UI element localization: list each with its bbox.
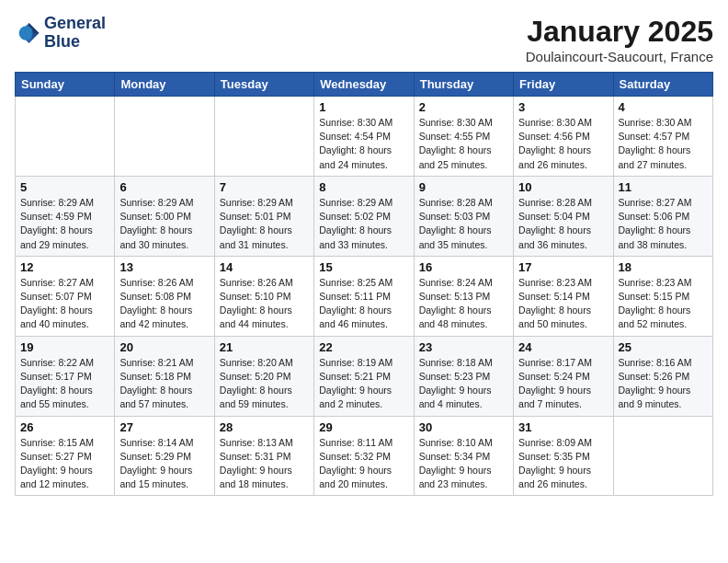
calendar-cell: 18Sunrise: 8:23 AM Sunset: 5:15 PM Dayli… [613, 256, 712, 336]
svg-marker-3 [32, 28, 40, 39]
calendar-cell: 7Sunrise: 8:29 AM Sunset: 5:01 PM Daylig… [214, 176, 313, 256]
calendar-cell: 2Sunrise: 8:30 AM Sunset: 4:55 PM Daylig… [414, 97, 513, 177]
day-number: 22 [319, 340, 408, 354]
day-info: Sunrise: 8:26 AM Sunset: 5:10 PM Dayligh… [220, 276, 309, 332]
weekday-header: Tuesday [214, 73, 313, 97]
day-number: 14 [220, 260, 309, 274]
day-info: Sunrise: 8:24 AM Sunset: 5:13 PM Dayligh… [419, 276, 508, 332]
day-info: Sunrise: 8:29 AM Sunset: 5:00 PM Dayligh… [119, 196, 209, 252]
calendar-cell: 10Sunrise: 8:28 AM Sunset: 5:04 PM Dayli… [514, 176, 613, 256]
calendar-cell: 5Sunrise: 8:29 AM Sunset: 4:59 PM Daylig… [16, 176, 115, 256]
day-number: 31 [518, 420, 608, 434]
calendar-week-row: 5Sunrise: 8:29 AM Sunset: 4:59 PM Daylig… [16, 176, 713, 256]
title-block: January 2025 Doulaincourt-Saucourt, Fran… [526, 15, 713, 64]
day-info: Sunrise: 8:29 AM Sunset: 5:01 PM Dayligh… [220, 196, 309, 252]
day-number: 30 [419, 420, 508, 434]
calendar-cell: 31Sunrise: 8:09 AM Sunset: 5:35 PM Dayli… [514, 416, 613, 496]
calendar-cell: 22Sunrise: 8:19 AM Sunset: 5:21 PM Dayli… [314, 336, 414, 416]
calendar-cell: 17Sunrise: 8:23 AM Sunset: 5:14 PM Dayli… [514, 256, 613, 336]
day-number: 3 [518, 100, 608, 114]
calendar-cell: 26Sunrise: 8:15 AM Sunset: 5:27 PM Dayli… [16, 416, 115, 496]
calendar-cell: 24Sunrise: 8:17 AM Sunset: 5:24 PM Dayli… [514, 336, 613, 416]
svg-point-2 [19, 26, 34, 40]
day-number: 13 [119, 260, 209, 274]
logo: General Blue [15, 15, 106, 52]
calendar-cell: 4Sunrise: 8:30 AM Sunset: 4:57 PM Daylig… [613, 97, 712, 177]
day-number: 7 [220, 180, 309, 194]
calendar-cell: 20Sunrise: 8:21 AM Sunset: 5:18 PM Dayli… [115, 336, 214, 416]
day-info: Sunrise: 8:20 AM Sunset: 5:20 PM Dayligh… [220, 356, 309, 412]
weekday-header: Sunday [16, 73, 115, 97]
day-info: Sunrise: 8:13 AM Sunset: 5:31 PM Dayligh… [220, 436, 309, 492]
day-info: Sunrise: 8:17 AM Sunset: 5:24 PM Dayligh… [518, 356, 608, 412]
day-info: Sunrise: 8:18 AM Sunset: 5:23 PM Dayligh… [419, 356, 508, 412]
day-number: 17 [518, 260, 608, 274]
day-info: Sunrise: 8:27 AM Sunset: 5:07 PM Dayligh… [20, 276, 109, 332]
day-number: 24 [518, 340, 608, 354]
calendar-cell: 27Sunrise: 8:14 AM Sunset: 5:29 PM Dayli… [115, 416, 214, 496]
logo-icon [15, 20, 40, 46]
day-info: Sunrise: 8:29 AM Sunset: 4:59 PM Dayligh… [20, 196, 109, 252]
day-number: 4 [619, 100, 708, 114]
calendar-cell: 15Sunrise: 8:25 AM Sunset: 5:11 PM Dayli… [314, 256, 414, 336]
month-title: January 2025 [526, 15, 713, 49]
day-info: Sunrise: 8:30 AM Sunset: 4:54 PM Dayligh… [319, 116, 408, 172]
weekday-header: Wednesday [314, 73, 414, 97]
day-info: Sunrise: 8:26 AM Sunset: 5:08 PM Dayligh… [119, 276, 209, 332]
calendar-cell: 30Sunrise: 8:10 AM Sunset: 5:34 PM Dayli… [414, 416, 513, 496]
day-info: Sunrise: 8:15 AM Sunset: 5:27 PM Dayligh… [20, 436, 109, 492]
calendar-cell: 28Sunrise: 8:13 AM Sunset: 5:31 PM Dayli… [214, 416, 313, 496]
calendar-week-row: 26Sunrise: 8:15 AM Sunset: 5:27 PM Dayli… [16, 416, 713, 496]
day-info: Sunrise: 8:10 AM Sunset: 5:34 PM Dayligh… [419, 436, 508, 492]
calendar-cell: 6Sunrise: 8:29 AM Sunset: 5:00 PM Daylig… [115, 176, 214, 256]
day-info: Sunrise: 8:30 AM Sunset: 4:55 PM Dayligh… [419, 116, 508, 172]
day-number: 12 [20, 260, 109, 274]
weekday-header: Saturday [613, 73, 712, 97]
day-info: Sunrise: 8:25 AM Sunset: 5:11 PM Dayligh… [319, 276, 408, 332]
calendar-cell: 9Sunrise: 8:28 AM Sunset: 5:03 PM Daylig… [414, 176, 513, 256]
calendar-week-row: 19Sunrise: 8:22 AM Sunset: 5:17 PM Dayli… [16, 336, 713, 416]
day-info: Sunrise: 8:09 AM Sunset: 5:35 PM Dayligh… [518, 436, 608, 492]
day-info: Sunrise: 8:21 AM Sunset: 5:18 PM Dayligh… [119, 356, 209, 412]
calendar-cell [16, 97, 115, 177]
calendar-week-row: 1Sunrise: 8:30 AM Sunset: 4:54 PM Daylig… [16, 97, 713, 177]
day-number: 11 [619, 180, 708, 194]
day-number: 10 [518, 180, 608, 194]
location-title: Doulaincourt-Saucourt, France [526, 49, 713, 64]
day-info: Sunrise: 8:23 AM Sunset: 5:15 PM Dayligh… [619, 276, 708, 332]
calendar-header-row: SundayMondayTuesdayWednesdayThursdayFrid… [16, 73, 713, 97]
calendar-cell: 1Sunrise: 8:30 AM Sunset: 4:54 PM Daylig… [314, 97, 414, 177]
day-number: 6 [119, 180, 209, 194]
calendar-cell [214, 97, 313, 177]
day-info: Sunrise: 8:29 AM Sunset: 5:02 PM Dayligh… [319, 196, 408, 252]
day-number: 28 [220, 420, 309, 434]
day-info: Sunrise: 8:11 AM Sunset: 5:32 PM Dayligh… [319, 436, 408, 492]
calendar: SundayMondayTuesdayWednesdayThursdayFrid… [15, 72, 713, 496]
day-number: 1 [319, 100, 408, 114]
calendar-cell: 8Sunrise: 8:29 AM Sunset: 5:02 PM Daylig… [314, 176, 414, 256]
day-number: 26 [20, 420, 109, 434]
day-number: 21 [220, 340, 309, 354]
calendar-cell: 23Sunrise: 8:18 AM Sunset: 5:23 PM Dayli… [414, 336, 513, 416]
day-info: Sunrise: 8:19 AM Sunset: 5:21 PM Dayligh… [319, 356, 408, 412]
day-number: 5 [20, 180, 109, 194]
day-info: Sunrise: 8:27 AM Sunset: 5:06 PM Dayligh… [619, 196, 708, 252]
calendar-cell: 3Sunrise: 8:30 AM Sunset: 4:56 PM Daylig… [514, 97, 613, 177]
day-info: Sunrise: 8:23 AM Sunset: 5:14 PM Dayligh… [518, 276, 608, 332]
calendar-cell [613, 416, 712, 496]
weekday-header: Friday [514, 73, 613, 97]
day-number: 23 [419, 340, 508, 354]
calendar-cell: 29Sunrise: 8:11 AM Sunset: 5:32 PM Dayli… [314, 416, 414, 496]
calendar-cell: 14Sunrise: 8:26 AM Sunset: 5:10 PM Dayli… [214, 256, 313, 336]
calendar-cell [115, 97, 214, 177]
calendar-cell: 11Sunrise: 8:27 AM Sunset: 5:06 PM Dayli… [613, 176, 712, 256]
day-number: 16 [419, 260, 508, 274]
calendar-cell: 19Sunrise: 8:22 AM Sunset: 5:17 PM Dayli… [16, 336, 115, 416]
day-number: 27 [119, 420, 209, 434]
logo-text: General Blue [44, 15, 106, 52]
calendar-cell: 25Sunrise: 8:16 AM Sunset: 5:26 PM Dayli… [613, 336, 712, 416]
day-number: 25 [619, 340, 708, 354]
weekday-header: Monday [115, 73, 214, 97]
calendar-cell: 12Sunrise: 8:27 AM Sunset: 5:07 PM Dayli… [16, 256, 115, 336]
weekday-header: Thursday [414, 73, 513, 97]
